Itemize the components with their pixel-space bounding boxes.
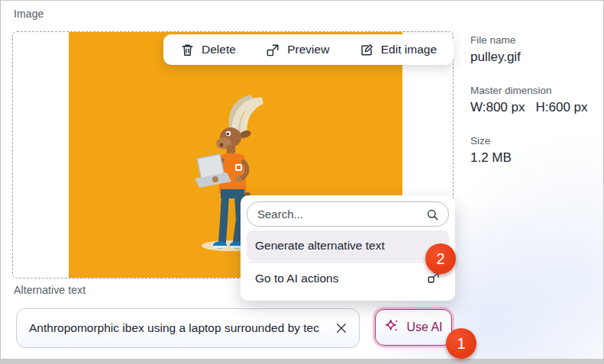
image-section-label: Image	[14, 8, 44, 20]
sparkle-icon	[384, 318, 400, 337]
delete-button[interactable]: Delete	[180, 43, 236, 57]
use-ai-label: Use AI	[406, 321, 442, 334]
master-dimension-value: W:800 pxH:600 px	[470, 100, 596, 115]
ai-actions-dropdown: Generate alternative text Go to AI actio…	[241, 195, 455, 301]
preview-button[interactable]: Preview	[266, 43, 329, 57]
file-name-value: pulley.gif	[470, 50, 596, 65]
close-icon	[334, 321, 348, 335]
edit-icon	[360, 43, 374, 57]
menu-item-go-to-ai-actions[interactable]: Go to AI actions	[247, 263, 449, 294]
image-properties-panel: Image	[0, 0, 604, 364]
step-badge-2: 2	[425, 243, 456, 274]
master-dimension-label: Master dimension	[470, 85, 596, 96]
preview-label: Preview	[287, 43, 329, 56]
delete-label: Delete	[202, 43, 236, 56]
menu-item-generate-alt-text[interactable]: Generate alternative text	[247, 230, 449, 261]
step-badge-1: 1	[446, 328, 476, 359]
window-bottom-edge	[1, 359, 603, 363]
search-icon	[425, 208, 440, 225]
size-label: Size	[470, 135, 596, 147]
clear-alt-text-button[interactable]	[333, 321, 359, 335]
edit-image-button[interactable]: Edit image	[360, 43, 437, 57]
edit-image-label: Edit image	[381, 43, 437, 56]
alt-text-input[interactable]	[17, 321, 333, 335]
alt-text-label: Alternative text	[14, 284, 86, 296]
file-info-panel: File name pulley.gif Master dimension W:…	[470, 34, 596, 166]
use-ai-button[interactable]: Use AI	[375, 309, 452, 346]
popout-icon	[266, 43, 280, 57]
dropdown-search	[247, 201, 449, 227]
size-value: 1.2 MB	[470, 150, 596, 166]
image-toolbar: Delete Preview Edit image	[163, 34, 454, 65]
file-name-label: File name	[470, 34, 596, 46]
trash-icon	[180, 43, 195, 57]
menu-divider	[248, 262, 447, 263]
alt-text-field	[16, 308, 360, 348]
search-input[interactable]	[247, 208, 448, 221]
